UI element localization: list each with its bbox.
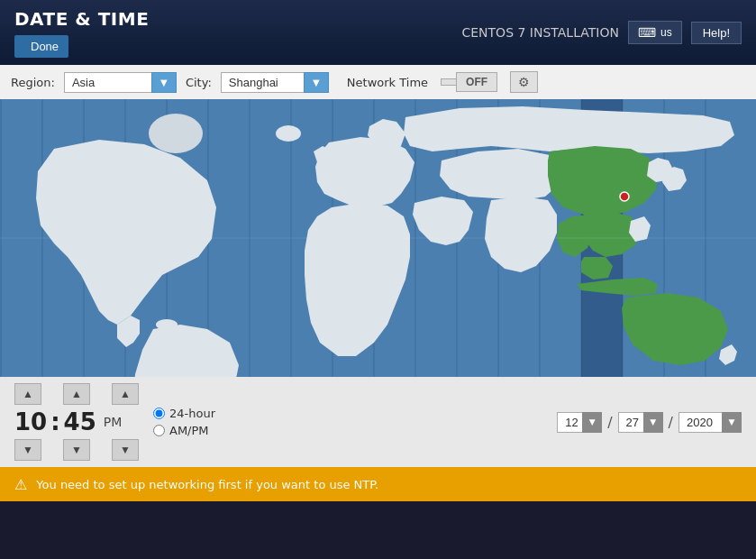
month-select-wrapper: 1234 5678 9101112 (557, 412, 602, 433)
hours-down-col: ▼ (14, 439, 41, 461)
bottom-controls: ▲ ▲ ▲ 10 : 45 PM ▼ ▼ (0, 377, 756, 467)
warning-icon: ⚠ (14, 476, 27, 493)
24hour-text: 24-hour (169, 407, 215, 420)
network-time-label: Network Time (347, 76, 428, 89)
ampm-label[interactable]: AM/PM (153, 424, 215, 437)
toggle-off-button[interactable]: OFF (456, 72, 497, 92)
help-button[interactable]: Help! (691, 22, 742, 44)
time-colon: : (50, 408, 59, 435)
region-label: Region: (11, 76, 55, 89)
time-section: ▲ ▲ ▲ 10 : 45 PM ▼ ▼ (14, 383, 139, 461)
page-title: DATE & TIME (14, 8, 149, 30)
ampm-display: PM (104, 415, 123, 429)
gear-button[interactable]: ⚙ (510, 71, 538, 93)
date-slash-2: / (669, 414, 673, 431)
svg-point-20 (149, 114, 203, 153)
map-container[interactable] (0, 99, 756, 377)
year-select-wrapper: 201820192020 20212022 (679, 412, 742, 433)
24hour-label[interactable]: 24-hour (153, 407, 215, 420)
ampm-down-col: ▼ (112, 439, 139, 461)
24hour-radio[interactable] (153, 408, 165, 419)
toolbar: Region: Asia Africa Americas Atlantic Oc… (0, 65, 756, 99)
ampm-text: AM/PM (169, 424, 209, 437)
hours-down-button[interactable]: ▼ (14, 439, 41, 461)
gear-icon: ⚙ (518, 75, 530, 89)
toggle-on-button[interactable] (441, 78, 456, 86)
install-title: CENTOS 7 INSTALLATION (461, 25, 618, 40)
city-label: City: (186, 76, 212, 89)
header-right: CENTOS 7 INSTALLATION ⌨ us Help! (461, 21, 742, 44)
done-button[interactable]: Done (14, 35, 68, 58)
header-left: DATE & TIME Done (14, 8, 149, 58)
ampm-down-button[interactable]: ▼ (112, 439, 139, 461)
month-select[interactable]: 1234 5678 9101112 (557, 412, 602, 433)
warning-bar: ⚠ You need to set up networking first if… (0, 467, 756, 501)
date-section: 1234 5678 9101112 / 1234 5678 9101112 13… (557, 412, 742, 433)
day-select[interactable]: 1234 5678 9101112 13141516 17181920 2122… (618, 412, 663, 433)
svg-point-22 (276, 125, 301, 142)
minutes-down-button[interactable]: ▼ (63, 439, 90, 461)
header: DATE & TIME Done CENTOS 7 INSTALLATION ⌨… (0, 0, 756, 65)
hours-display: 10 (14, 408, 47, 435)
minutes-display: 45 (64, 408, 96, 435)
year-select[interactable]: 201820192020 20212022 (679, 412, 742, 433)
region-select-wrapper: Asia Africa Americas Atlantic Ocean Aust… (64, 72, 177, 93)
city-select-wrapper: Shanghai Beijing Tokyo Seoul Singapore H… (221, 72, 329, 93)
time-format-group: 24-hour AM/PM (153, 407, 215, 437)
ampm-radio[interactable] (153, 425, 165, 436)
keyboard-label: us (660, 26, 672, 39)
ampm-up-button[interactable]: ▲ (112, 383, 139, 405)
minutes-down-col: ▼ (63, 439, 90, 461)
svg-point-23 (620, 192, 629, 201)
city-select[interactable]: Shanghai Beijing Tokyo Seoul Singapore H… (221, 72, 329, 93)
ampm-up-col: ▲ (112, 383, 139, 405)
region-select[interactable]: Asia Africa Americas Atlantic Ocean Aust… (64, 72, 177, 93)
keyboard-icon: ⌨ (638, 25, 656, 40)
spin-up-row: ▲ ▲ ▲ (14, 383, 139, 405)
keyboard-button[interactable]: ⌨ us (628, 21, 682, 44)
minutes-up-col: ▲ (63, 383, 90, 405)
date-slash-1: / (607, 414, 612, 431)
warning-text: You need to set up networking first if y… (36, 478, 378, 491)
world-map (0, 99, 756, 377)
time-display: 10 : 45 PM (14, 408, 122, 435)
network-time-toggle: OFF (441, 72, 497, 92)
hours-up-col: ▲ (14, 383, 41, 405)
hours-up-button[interactable]: ▲ (14, 383, 41, 405)
day-select-wrapper: 1234 5678 9101112 13141516 17181920 2122… (618, 412, 663, 433)
spin-down-row: ▼ ▼ ▼ (14, 439, 139, 461)
minutes-up-button[interactable]: ▲ (63, 383, 90, 405)
